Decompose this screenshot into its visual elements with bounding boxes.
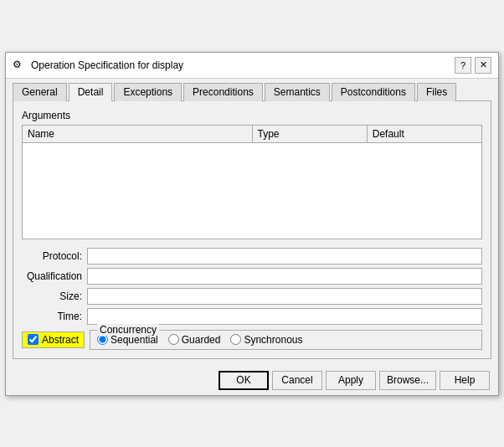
browse-button[interactable]: Browse... xyxy=(379,371,436,390)
radio-synchronous: Synchronous xyxy=(230,334,302,346)
tab-general[interactable]: General xyxy=(13,83,67,101)
form-section: Protocol: Qualification Size: Time: xyxy=(22,248,482,325)
title-bar: ⚙ Operation Specification for display ? … xyxy=(6,53,498,79)
time-label: Time: xyxy=(22,311,87,322)
qualification-label: Qualification xyxy=(22,270,87,282)
tab-preconditions[interactable]: Preconditions xyxy=(183,83,263,101)
title-bar-controls: ? ✕ xyxy=(455,57,491,74)
tab-detail[interactable]: Detail xyxy=(69,83,113,101)
sequential-label[interactable]: Sequential xyxy=(111,334,158,346)
col-name: Name xyxy=(23,125,253,142)
help-button[interactable]: ? xyxy=(455,57,471,74)
apply-button[interactable]: Apply xyxy=(326,371,376,390)
qualification-row: Qualification xyxy=(22,268,482,285)
sequential-radio[interactable] xyxy=(97,334,108,345)
tab-exceptions[interactable]: Exceptions xyxy=(114,83,182,101)
protocol-input[interactable] xyxy=(87,248,482,265)
abstract-label[interactable]: Abstract xyxy=(42,334,79,346)
guarded-radio[interactable] xyxy=(168,334,179,345)
tab-bar: General Detail Exceptions Preconditions … xyxy=(6,79,498,100)
help-footer-button[interactable]: Help xyxy=(440,371,490,390)
arguments-label: Arguments xyxy=(22,110,482,121)
concurrency-group: Concurrency Sequential Guarded Synchrono… xyxy=(90,330,482,350)
protocol-row: Protocol: xyxy=(22,248,482,265)
synchronous-radio[interactable] xyxy=(230,334,241,345)
close-button[interactable]: ✕ xyxy=(475,57,491,74)
tab-semantics[interactable]: Semantics xyxy=(265,83,330,101)
synchronous-label[interactable]: Synchronous xyxy=(244,334,302,346)
footer: OK Cancel Apply Browse... Help xyxy=(6,366,498,395)
window-title: Operation Specification for display xyxy=(31,59,183,71)
tab-postconditions[interactable]: Postconditions xyxy=(332,83,415,101)
arguments-body xyxy=(22,143,482,239)
arguments-table: Name Type Default xyxy=(22,125,482,143)
radio-group: Sequential Guarded Synchronous xyxy=(97,334,475,346)
tab-content: Arguments Name Type Default Protocol: Qu… xyxy=(13,100,491,359)
size-label: Size: xyxy=(22,290,87,302)
time-input[interactable] xyxy=(87,308,482,325)
cancel-button[interactable]: Cancel xyxy=(272,371,322,390)
radio-sequential: Sequential xyxy=(97,334,158,346)
guarded-label[interactable]: Guarded xyxy=(182,334,221,346)
ok-button[interactable]: OK xyxy=(219,371,269,390)
time-row: Time: xyxy=(22,308,482,325)
window-icon: ⚙ xyxy=(13,59,26,72)
abstract-control: Abstract xyxy=(22,331,85,348)
bottom-section: Abstract Concurrency Sequential Guarded xyxy=(22,330,482,350)
size-row: Size: xyxy=(22,288,482,305)
col-default: Default xyxy=(367,125,481,142)
protocol-label: Protocol: xyxy=(22,250,87,262)
col-type: Type xyxy=(252,125,367,142)
tab-files[interactable]: Files xyxy=(417,83,456,101)
radio-guarded: Guarded xyxy=(168,334,221,346)
main-window: ⚙ Operation Specification for display ? … xyxy=(5,52,499,396)
qualification-input[interactable] xyxy=(87,268,482,285)
concurrency-legend: Concurrency xyxy=(97,324,159,336)
title-bar-left: ⚙ Operation Specification for display xyxy=(13,59,183,72)
size-input[interactable] xyxy=(87,288,482,305)
abstract-checkbox[interactable] xyxy=(28,334,39,345)
